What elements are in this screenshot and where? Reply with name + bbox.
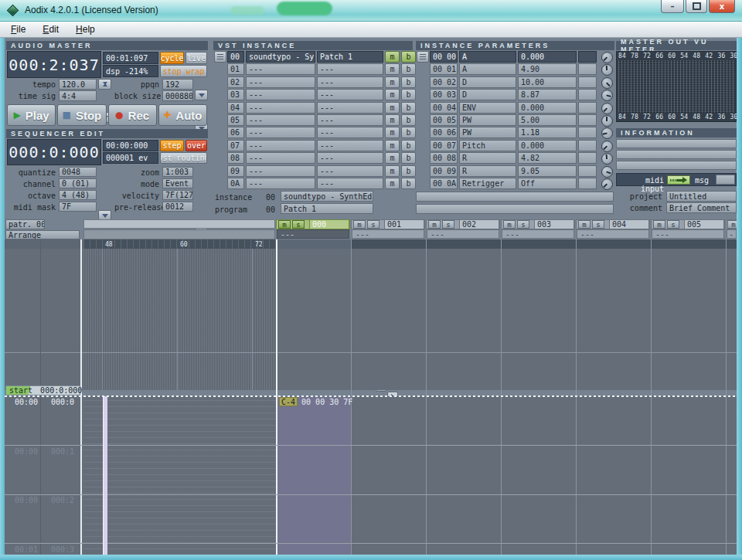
prerelease-field[interactable]: 0012: [162, 202, 193, 212]
step-button[interactable]: step: [160, 140, 184, 151]
live-button[interactable]: live: [186, 52, 207, 64]
track-assign-field[interactable]: ---: [502, 229, 574, 239]
active-track-column[interactable]: [277, 396, 351, 555]
ppqn-dropdown[interactable]: [195, 90, 208, 100]
vst-slot-patch[interactable]: ---: [317, 63, 383, 75]
channel-field[interactable]: 0 (01): [59, 178, 97, 188]
vst-instance-row[interactable]: 0A --- --- m b: [214, 178, 414, 189]
vst-instance-row[interactable]: 06 --- --- m b: [214, 127, 414, 138]
param-value[interactable]: 4.82: [518, 152, 577, 164]
over-button[interactable]: over: [186, 140, 207, 151]
bypass-button[interactable]: b: [401, 165, 416, 177]
tempo-spinner[interactable]: [98, 79, 111, 90]
title-bar[interactable]: Aodix 4.2.0.1 (Licensed Version) – x: [0, 0, 742, 22]
bypass-button[interactable]: b: [401, 51, 416, 63]
midimask-field[interactable]: 7F: [59, 202, 97, 212]
menu-help[interactable]: Help: [76, 24, 95, 35]
mute-button[interactable]: m: [385, 165, 400, 177]
maximize-button[interactable]: [686, 0, 707, 13]
track-header[interactable]: m s 004 ---: [576, 219, 651, 239]
bypass-button[interactable]: b: [401, 152, 416, 164]
blocksize-field[interactable]: 000880: [162, 90, 193, 101]
vst-slot-name[interactable]: ---: [246, 178, 315, 189]
parameter-row[interactable]: 00 01 A 4.90: [417, 63, 614, 75]
pattern-name-field[interactable]: [83, 219, 275, 229]
param-knob[interactable]: [601, 178, 613, 190]
vst-instance-row[interactable]: 08 --- --- m b: [214, 152, 414, 164]
bypass-button[interactable]: b: [401, 63, 416, 75]
mute-button[interactable]: m: [385, 178, 400, 189]
mute-button[interactable]: m: [385, 114, 400, 126]
play-button[interactable]: ▶Play: [7, 104, 56, 126]
note-key[interactable]: C-4: [279, 397, 298, 406]
bypass-button[interactable]: b: [401, 178, 416, 189]
arrange-field[interactable]: Arrange: [5, 230, 80, 239]
instance-label[interactable]: instance: [215, 193, 254, 202]
vst-slot-patch[interactable]: ---: [317, 127, 383, 138]
bypass-button[interactable]: b: [401, 114, 416, 126]
track-number[interactable]: 002: [459, 219, 499, 229]
mute-button[interactable]: m: [385, 127, 400, 138]
track-mute-button[interactable]: m: [503, 220, 516, 229]
vst-slot-patch[interactable]: ---: [317, 102, 383, 114]
parameter-row[interactable]: 00 04 ENV 0.000: [417, 102, 614, 114]
parameter-row[interactable]: 00 08 R 4.82: [417, 152, 614, 164]
track-solo-button[interactable]: s: [517, 220, 529, 229]
param-value[interactable]: 1.18: [518, 127, 577, 138]
param-value[interactable]: 8.87: [518, 89, 577, 100]
bypass-button[interactable]: b: [401, 102, 416, 114]
note-event[interactable]: C-4 00 00 30 7F: [279, 397, 352, 406]
track-assign-field[interactable]: ---: [427, 229, 499, 239]
vst-slot-name[interactable]: ---: [246, 114, 315, 126]
track-mute-button[interactable]: m: [428, 220, 441, 229]
velocity-field[interactable]: 7F(127): [162, 190, 193, 200]
project-field[interactable]: Untitled: [666, 191, 737, 202]
parameter-row[interactable]: 00 07 Pitch 0.000: [417, 140, 614, 151]
track-assign-field[interactable]: ---: [277, 229, 349, 239]
mode-field[interactable]: Event: [162, 178, 193, 188]
menu-file[interactable]: File: [11, 24, 26, 35]
vst-instance-row[interactable]: 02 --- --- m b: [214, 76, 414, 88]
vst-slot-patch[interactable]: ---: [317, 178, 383, 189]
vst-slot-patch[interactable]: ---: [317, 76, 383, 88]
parameter-row[interactable]: 00 0A Retrigger Off: [417, 178, 614, 189]
track-solo-button[interactable]: s: [367, 220, 380, 229]
param-value[interactable]: Off: [518, 178, 577, 189]
bypass-button[interactable]: b: [401, 76, 416, 88]
parameter-row[interactable]: 00 09 R 9.05: [417, 165, 614, 177]
vst-slot-name[interactable]: ---: [246, 140, 315, 151]
param-value[interactable]: 5.00: [518, 114, 577, 126]
vst-slot-name[interactable]: ---: [246, 102, 315, 114]
mute-button[interactable]: m: [385, 102, 400, 114]
vst-slot-name[interactable]: soundtypo - Sy: [246, 51, 315, 63]
menu-icon[interactable]: [214, 51, 226, 63]
vst-slot-name[interactable]: ---: [246, 152, 315, 164]
note-bytes[interactable]: 00 00 30 7F: [301, 398, 352, 406]
vst-slot-patch[interactable]: ---: [317, 89, 383, 100]
param-value[interactable]: 10.00: [518, 76, 577, 88]
track-number[interactable]: 003: [534, 219, 574, 229]
ppqn-field[interactable]: 192: [162, 79, 193, 90]
timesig-field[interactable]: 4:4: [59, 90, 97, 101]
track-assign-field[interactable]: ---: [352, 229, 424, 239]
track-assign-field[interactable]: ---: [652, 229, 724, 239]
param-value[interactable]: 0.000: [518, 140, 577, 151]
track-mute-button[interactable]: m: [353, 220, 366, 229]
vst-slot-patch[interactable]: Patch 1: [317, 51, 383, 63]
record-button[interactable]: ●Rec: [108, 104, 157, 126]
minimize-button[interactable]: –: [661, 0, 684, 13]
track-number[interactable]: 000: [309, 219, 349, 229]
vst-slot-name[interactable]: ---: [246, 76, 315, 88]
vst-slot-name[interactable]: ---: [246, 165, 315, 177]
vst-slot-name[interactable]: ---: [246, 127, 315, 138]
parameter-row[interactable]: 00 03 D 8.87: [417, 89, 614, 100]
cycle-button[interactable]: cycle: [160, 52, 184, 64]
track-solo-button[interactable]: s: [442, 220, 454, 229]
track-number[interactable]: 004: [609, 219, 649, 229]
parameter-row[interactable]: 00 06 PW 1.18: [417, 127, 614, 138]
mute-button[interactable]: m: [385, 89, 400, 100]
vst-slot-name[interactable]: ---: [246, 63, 315, 75]
param-value[interactable]: 0.000: [518, 51, 577, 63]
track-header[interactable]: m s 003 ---: [501, 219, 576, 239]
octave-field[interactable]: 4 (48): [59, 190, 97, 200]
